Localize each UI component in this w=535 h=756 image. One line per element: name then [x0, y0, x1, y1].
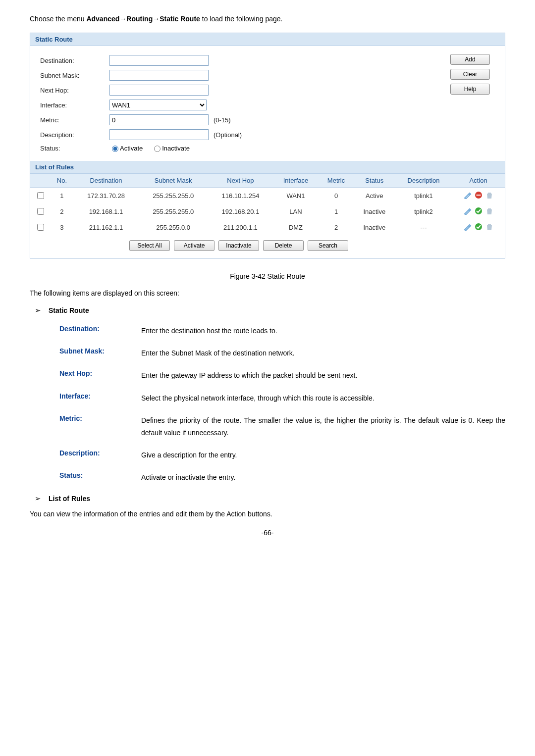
after-caption: The following items are displayed on thi…: [30, 289, 505, 297]
cell-subnet: 255.255.255.0: [138, 203, 208, 219]
intro-text: Choose the menu Advanced→Routing→Static …: [30, 15, 505, 23]
col-description: Description: [395, 174, 452, 188]
arrow-icon: ➢: [35, 306, 41, 315]
edit-icon[interactable]: [464, 223, 472, 231]
subnet-input[interactable]: [109, 70, 209, 81]
cell-status: Inactive: [354, 219, 395, 235]
section2-body: You can view the information of the entr…: [30, 510, 505, 518]
definition-row: Subnet Mask:Enter the Subnet Mask of the…: [59, 347, 505, 359]
rules-table: No. Destination Subnet Mask Next Hop Int…: [30, 174, 505, 235]
cell-status: Inactive: [354, 203, 395, 219]
edit-icon[interactable]: [464, 207, 472, 215]
col-interface: Interface: [273, 174, 319, 188]
inactivate-button[interactable]: Inactivate: [218, 240, 259, 251]
definition-row: Interface:Select the physical network in…: [59, 392, 505, 404]
row-checkbox[interactable]: [37, 192, 44, 199]
enable-icon[interactable]: [475, 207, 482, 215]
definition-desc: Enter the destination host the route lea…: [141, 325, 505, 337]
definition-desc: Enter the Subnet Mask of the destination…: [141, 347, 505, 359]
edit-icon[interactable]: [464, 191, 472, 199]
definition-term: Destination:: [59, 325, 141, 333]
row-checkbox[interactable]: [37, 224, 44, 231]
destination-label: Destination:: [40, 57, 109, 64]
definition-desc: Give a description for the entry.: [141, 449, 505, 461]
definition-row: Description:Give a description for the e…: [59, 449, 505, 461]
search-button[interactable]: Search: [308, 240, 348, 251]
row-checkbox[interactable]: [37, 208, 44, 215]
cell-action: [452, 219, 505, 235]
clear-button[interactable]: Clear: [450, 69, 490, 80]
description-label: Description:: [40, 131, 109, 139]
section2-title: List of Rules: [49, 495, 90, 503]
help-button[interactable]: Help: [450, 84, 490, 95]
activate-button[interactable]: Activate: [174, 240, 214, 251]
delete-icon[interactable]: [485, 223, 493, 231]
metric-hint: (0-15): [214, 116, 231, 124]
delete-icon[interactable]: [485, 207, 493, 215]
definition-term: Description:: [59, 449, 141, 457]
status-activate-radio[interactable]: [112, 146, 118, 152]
cell-status: Active: [354, 188, 395, 204]
cell-action: [452, 188, 505, 204]
cell-subnet: 255.255.0.0: [138, 219, 208, 235]
cell-destination: 211.162.1.1: [74, 219, 138, 235]
cell-metric: 0: [319, 188, 353, 204]
definition-row: Status:Activate or inactivate the entry.: [59, 471, 505, 484]
definition-desc: Select the physical network interface, t…: [141, 392, 505, 404]
cell-subnet: 255.255.255.0: [138, 188, 208, 204]
disable-icon[interactable]: [475, 191, 482, 199]
table-row: 3211.162.1.1255.255.0.0211.200.1.1DMZ2In…: [30, 219, 505, 235]
col-action: Action: [452, 174, 505, 188]
definition-term: Subnet Mask:: [59, 347, 141, 355]
page-number: -66-: [30, 529, 505, 537]
definition-term: Status:: [59, 471, 141, 479]
cell-interface: WAN1: [273, 188, 319, 204]
definition-term: Next Hop:: [59, 369, 141, 377]
svg-point-3: [475, 223, 482, 230]
col-nexthop: Next Hop: [208, 174, 272, 188]
static-route-panel: Static Route Destination: Subnet Mask: N…: [30, 33, 505, 258]
col-no: No.: [50, 174, 74, 188]
cell-destination: 172.31.70.28: [74, 188, 138, 204]
add-button[interactable]: Add: [450, 54, 490, 65]
definition-row: Metric:Defines the priority of the route…: [59, 414, 505, 439]
col-destination: Destination: [74, 174, 138, 188]
section-row: ➢ Static Route: [35, 306, 505, 315]
definition-desc: Activate or inactivate the entry.: [141, 471, 505, 484]
interface-select[interactable]: WAN1: [109, 100, 207, 110]
status-inactivate-radio[interactable]: [154, 146, 160, 152]
select-all-button[interactable]: Select All: [129, 240, 170, 251]
definition-desc: Defines the priority of the route. The s…: [141, 414, 505, 439]
section1-title: Static Route: [49, 306, 89, 314]
description-input[interactable]: [109, 129, 209, 140]
nexthop-input[interactable]: [109, 85, 209, 96]
status-inactivate-label: Inactivate: [162, 145, 190, 152]
svg-rect-1: [476, 195, 481, 196]
figure-caption: Figure 3-42 Static Route: [30, 272, 505, 280]
cell-destination: 192.168.1.1: [74, 203, 138, 219]
definition-row: Destination:Enter the destination host t…: [59, 325, 505, 337]
cell-interface: DMZ: [273, 219, 319, 235]
enable-icon[interactable]: [475, 223, 482, 231]
cell-no: 1: [50, 188, 74, 204]
cell-description: tplink2: [395, 203, 452, 219]
metric-input[interactable]: [109, 114, 209, 125]
definition-desc: Enter the gateway IP address to which th…: [141, 369, 505, 382]
panel-title: Static Route: [30, 33, 505, 46]
svg-point-2: [475, 207, 482, 214]
cell-nexthop: 211.200.1.1: [208, 219, 272, 235]
cell-nexthop: 116.10.1.254: [208, 188, 272, 204]
destination-input[interactable]: [109, 55, 209, 66]
table-row: 2192.168.1.1255.255.255.0192.168.20.1LAN…: [30, 203, 505, 219]
definition-term: Interface:: [59, 392, 141, 400]
delete-button[interactable]: Delete: [263, 240, 304, 251]
list-rules-title: List of Rules: [30, 161, 505, 174]
subnet-label: Subnet Mask:: [40, 72, 109, 79]
definition-term: Metric:: [59, 414, 141, 422]
metric-label: Metric:: [40, 116, 109, 124]
cell-metric: 1: [319, 203, 353, 219]
cell-nexthop: 192.168.20.1: [208, 203, 272, 219]
section-row: ➢ List of Rules: [35, 494, 505, 503]
col-metric: Metric: [319, 174, 353, 188]
delete-icon[interactable]: [485, 191, 493, 199]
